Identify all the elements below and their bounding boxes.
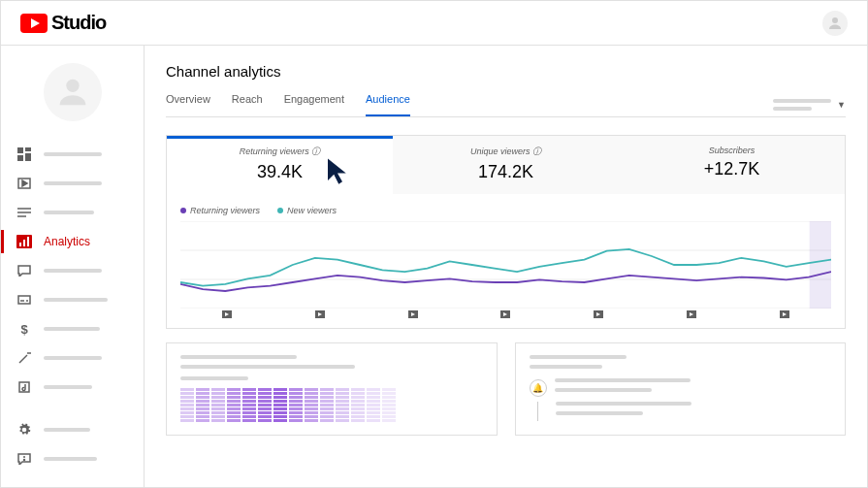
nav-label-placeholder <box>44 298 108 302</box>
tab-engagement[interactable]: Engagement <box>284 93 344 116</box>
tab-reach[interactable]: Reach <box>232 93 263 116</box>
svg-rect-13 <box>19 243 21 246</box>
nav-label-placeholder <box>44 152 102 156</box>
dashboard-icon <box>16 147 32 161</box>
youtube-icon <box>20 14 48 33</box>
metric-subscribers[interactable]: Subscribers +12.7K <box>619 136 845 194</box>
metrics-chart-card: Returning viewers ⓘ 39.4K Unique viewers… <box>166 135 846 329</box>
account-avatar-icon[interactable] <box>822 11 848 36</box>
content-area: Channel analytics Overview Reach Engagem… <box>145 46 867 487</box>
gear-icon <box>16 423 32 437</box>
svg-marker-37 <box>783 312 787 316</box>
page-title: Channel analytics <box>166 63 846 80</box>
bell-icon: 🔔 <box>530 379 547 397</box>
chevron-down-icon: ▼ <box>837 100 846 110</box>
svg-marker-31 <box>225 312 229 316</box>
video-marker-icon[interactable] <box>780 310 789 318</box>
svg-rect-4 <box>17 147 23 153</box>
comment-icon <box>16 264 32 277</box>
svg-marker-25 <box>328 159 346 184</box>
date-range-selector[interactable]: ▼ <box>773 99 846 111</box>
tab-overview[interactable]: Overview <box>166 93 210 116</box>
nav-label-placeholder <box>44 385 92 389</box>
sidebar-item-playlists[interactable] <box>1 201 144 224</box>
person-icon <box>53 73 92 112</box>
chart-legend: Returning viewers New viewers <box>167 194 845 221</box>
svg-marker-33 <box>411 312 415 316</box>
svg-point-3 <box>66 80 79 92</box>
video-marker-icon[interactable] <box>315 310 325 318</box>
sidebar-item-content[interactable] <box>1 172 144 195</box>
app-header: Studio <box>1 1 867 46</box>
svg-marker-34 <box>503 312 507 316</box>
svg-rect-15 <box>27 237 29 246</box>
card-top-content[interactable]: 🔔 <box>515 342 847 436</box>
nav-label-placeholder <box>44 327 100 331</box>
nav-label-placeholder <box>44 428 90 432</box>
dollar-icon: $ <box>16 322 32 336</box>
tab-audience[interactable]: Audience <box>366 93 410 116</box>
video-marker-icon[interactable] <box>500 310 510 318</box>
card-watch-time[interactable] <box>166 342 498 436</box>
youtube-studio-logo[interactable]: Studio <box>20 12 106 34</box>
sidebar-item-subtitles[interactable] <box>1 288 144 311</box>
video-marker-icon[interactable] <box>687 310 696 318</box>
video-markers-row <box>167 309 845 328</box>
svg-point-2 <box>832 17 838 23</box>
sidebar-item-settings[interactable] <box>1 418 145 441</box>
svg-rect-16 <box>18 296 30 304</box>
nav-label-placeholder <box>44 457 97 461</box>
svg-rect-14 <box>23 240 25 246</box>
magic-wand-icon <box>16 351 32 365</box>
info-icon: ⓘ <box>311 146 320 156</box>
play-square-icon <box>16 177 32 190</box>
nav-label-placeholder <box>44 211 94 214</box>
subtitles-icon <box>16 293 32 307</box>
video-marker-icon[interactable] <box>408 310 418 318</box>
svg-line-19 <box>19 355 27 363</box>
sidebar-item-dashboard[interactable] <box>1 143 144 166</box>
svg-rect-30 <box>810 221 831 309</box>
line-chart[interactable] <box>167 221 845 309</box>
svg-point-24 <box>24 460 25 461</box>
sidebar-item-comments[interactable] <box>1 259 144 282</box>
svg-rect-6 <box>17 155 23 161</box>
channel-avatar[interactable] <box>44 63 102 121</box>
svg-marker-36 <box>690 312 693 316</box>
svg-marker-32 <box>318 312 322 316</box>
svg-marker-35 <box>596 312 600 316</box>
feedback-icon <box>16 452 32 466</box>
video-marker-icon[interactable] <box>594 310 603 318</box>
sidebar-item-analytics[interactable]: Analytics <box>1 230 144 253</box>
nav-label-placeholder <box>44 269 102 273</box>
metric-returning-viewers[interactable]: Returning viewers ⓘ 39.4K <box>167 136 393 194</box>
music-note-icon <box>16 380 32 394</box>
video-marker-icon[interactable] <box>222 310 232 318</box>
svg-rect-7 <box>25 153 31 161</box>
analytics-icon <box>16 235 32 248</box>
svg-rect-5 <box>25 147 31 151</box>
svg-marker-9 <box>22 180 27 186</box>
tabs-row: Overview Reach Engagement Audience ▼ <box>166 93 846 117</box>
metric-unique-viewers[interactable]: Unique viewers ⓘ 174.2K <box>393 136 619 194</box>
cursor-pointer-icon <box>325 156 350 185</box>
logo-text: Studio <box>51 12 106 34</box>
sidebar-item-customization[interactable] <box>1 346 144 370</box>
info-icon: ⓘ <box>532 146 541 156</box>
bar-heatmap-chart <box>180 388 483 422</box>
nav-label-analytics: Analytics <box>44 235 90 248</box>
sidebar-item-feedback[interactable] <box>1 447 145 471</box>
nav-label-placeholder <box>44 356 102 360</box>
sidebar-item-audio[interactable] <box>1 375 144 399</box>
sidebar-item-monetization[interactable]: $ <box>1 317 144 341</box>
sidebar-nav: Analytics $ <box>1 46 145 487</box>
person-icon <box>826 15 844 32</box>
nav-label-placeholder <box>44 181 102 185</box>
list-icon <box>16 206 32 219</box>
